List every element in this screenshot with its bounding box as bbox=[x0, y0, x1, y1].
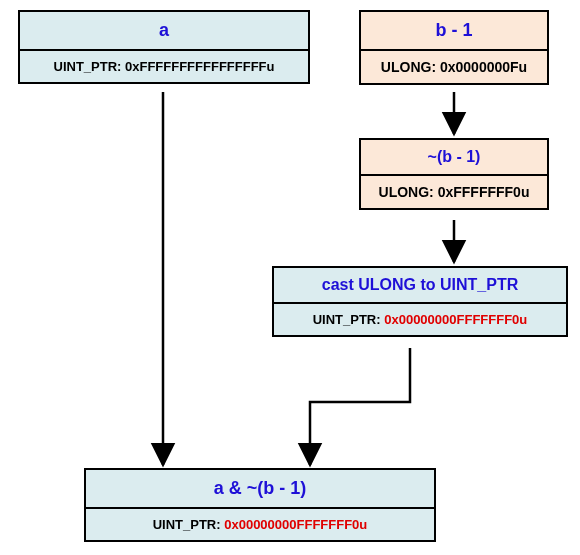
node-bminus1-value: 0x0000000Fu bbox=[440, 59, 527, 75]
node-bminus1: b - 1 ULONG: 0x0000000Fu bbox=[359, 10, 549, 85]
node-bminus1-type: ULONG bbox=[381, 59, 432, 75]
node-notbminus1: ~(b - 1) ULONG: 0xFFFFFFF0u bbox=[359, 138, 549, 210]
node-cast-value: 0x00000000FFFFFFF0u bbox=[384, 312, 527, 327]
node-result-type: UINT_PTR bbox=[153, 517, 217, 532]
node-result-title: a & ~(b - 1) bbox=[86, 470, 434, 509]
node-cast-body: UINT_PTR: 0x00000000FFFFFFF0u bbox=[274, 304, 566, 335]
node-result-body: UINT_PTR: 0x00000000FFFFFFF0u bbox=[86, 509, 434, 540]
node-a-body: UINT_PTR: 0xFFFFFFFFFFFFFFFFu bbox=[20, 51, 308, 82]
node-a-type: UINT_PTR bbox=[54, 59, 118, 74]
node-bminus1-title: b - 1 bbox=[361, 12, 547, 51]
node-result: a & ~(b - 1) UINT_PTR: 0x00000000FFFFFFF… bbox=[84, 468, 436, 542]
node-cast-type: UINT_PTR bbox=[313, 312, 377, 327]
node-notbminus1-body: ULONG: 0xFFFFFFF0u bbox=[361, 176, 547, 208]
node-a: a UINT_PTR: 0xFFFFFFFFFFFFFFFFu bbox=[18, 10, 310, 84]
node-cast: cast ULONG to UINT_PTR UINT_PTR: 0x00000… bbox=[272, 266, 568, 337]
node-result-value: 0x00000000FFFFFFF0u bbox=[224, 517, 367, 532]
node-a-title: a bbox=[20, 12, 308, 51]
node-notbminus1-title: ~(b - 1) bbox=[361, 140, 547, 176]
node-cast-title: cast ULONG to UINT_PTR bbox=[274, 268, 566, 304]
node-notbminus1-type: ULONG bbox=[379, 184, 430, 200]
node-bminus1-body: ULONG: 0x0000000Fu bbox=[361, 51, 547, 83]
node-notbminus1-value: 0xFFFFFFF0u bbox=[438, 184, 530, 200]
node-a-value: 0xFFFFFFFFFFFFFFFFu bbox=[125, 59, 274, 74]
